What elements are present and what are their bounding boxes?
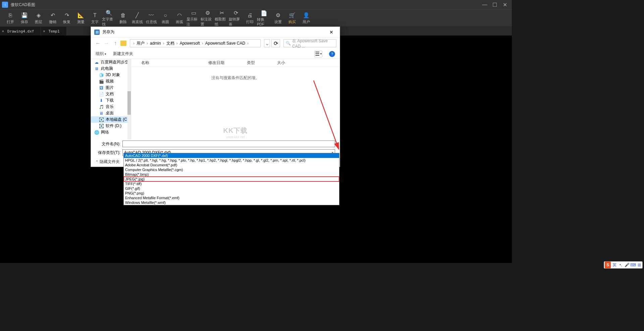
breadcrumb-segment[interactable]: 文档 [166, 41, 174, 46]
document-tab[interactable]: ×Temp1 [41, 27, 66, 36]
open-button-icon: ⎘ [9, 12, 12, 19]
folder-sidebar[interactable]: ☁百度网盘同步空间🖥此电脑🧊3D 对象🎬视频🖼图片📄文档⬇下载🎵音乐🖥桌面💽本地… [91, 59, 131, 140]
layers-button[interactable]: ◈图层 [32, 10, 46, 26]
sidebar-folder-item[interactable]: 🖥桌面 [91, 110, 131, 116]
breadcrumb-segment[interactable]: admin [150, 41, 161, 46]
column-name[interactable]: 名称 [141, 60, 208, 66]
settings-button[interactable]: ⚙设置 [271, 10, 285, 26]
dimension-settings-button[interactable]: ⚙标注设置 [201, 10, 215, 26]
sidebar-folder-item[interactable]: 🧊3D 对象 [91, 72, 131, 78]
filetype-option[interactable]: GIF(*.gif) [124, 186, 339, 191]
ime-logo-icon: S [605, 262, 611, 268]
undo-button[interactable]: ↶撤销 [46, 10, 60, 26]
main-toolbar: ⎘打开💾保存◈图层↶撤销↷恢复📐测量T文字🔍文字查找🗑删除╱画直线〰任意线○画圆… [0, 9, 512, 27]
sidebar-folder-item[interactable]: 📄文档 [91, 91, 131, 97]
nav-forward-button[interactable]: → [103, 40, 110, 47]
rotate-button-icon: ⟳ [234, 10, 238, 16]
breadcrumb-segment[interactable]: Apowersoft Save CAD [205, 41, 245, 46]
filetype-option[interactable]: JPEG(*.jpg) [124, 177, 339, 181]
open-button[interactable]: ⎘打开 [3, 10, 17, 26]
folder-type-icon: ⬇ [99, 98, 104, 103]
filetype-dropdown-list[interactable]: AutoCAD 2000 DXF(*.dxf)HPGL / 2(*.plt, *… [123, 153, 339, 205]
close-button[interactable]: ✕ [500, 1, 510, 9]
document-tab[interactable]: ×Drawing4.dxf [0, 27, 41, 36]
save-as-dialog: ▤ 另存为 ✕ ← → ↑ › 用户›admin›文档›Apowersoft›A… [91, 26, 340, 167]
ime-voice-button[interactable]: 🎤 [624, 263, 630, 267]
print-button[interactable]: 🖨打印 [243, 10, 257, 26]
filetype-option[interactable]: Computer Graphics Metafile(*.cgm) [124, 167, 339, 172]
empty-message: 没有与搜索条件匹配的项。 [131, 75, 340, 81]
dialog-close-button[interactable]: ✕ [326, 30, 336, 35]
watermark: KK下载 www.kkx.net [223, 126, 248, 139]
column-type[interactable]: 类型 [247, 60, 277, 66]
sidebar-folder-item[interactable]: ☁百度网盘同步空间 [91, 59, 131, 65]
show-dimension-button[interactable]: ▭显示标注 [186, 10, 201, 26]
to-pdf-button-icon: 📄 [261, 10, 267, 16]
sidebar-folder-item[interactable]: 🎬视频 [91, 78, 131, 85]
filetype-option[interactable]: Enhanced Metafile Format(*.emf) [124, 196, 339, 200]
user-button[interactable]: 👤用户 [299, 10, 313, 26]
filetype-option[interactable]: PNG(*.png) [124, 191, 339, 196]
refresh-button[interactable]: ⟳ [271, 39, 280, 47]
new-folder-button[interactable]: 新建文件夹 [113, 51, 133, 57]
maximize-button[interactable]: ☐ [490, 1, 500, 9]
filetype-option[interactable]: Bitmap(*.bmp) [124, 172, 339, 177]
buy-button[interactable]: 🛒购买 [285, 10, 299, 26]
breadcrumb-dropdown[interactable]: ⌄ [264, 39, 270, 47]
folder-type-icon: 🖥 [99, 111, 104, 116]
filetype-option[interactable]: AutoCAD 2000 DXF(*.dxf) [124, 153, 339, 158]
filetype-option[interactable]: Adobe Acrobat Document(*.pdf) [124, 163, 339, 167]
sidebar-folder-item[interactable]: 🌐网络 [91, 129, 131, 135]
text-button[interactable]: T文字 [88, 10, 102, 26]
file-list-area[interactable]: 名称 修改日期 类型 大小 没有与搜索条件匹配的项。 KK下载 www.kkx.… [131, 59, 340, 140]
folder-type-icon: 💽 [99, 117, 104, 122]
column-size[interactable]: 大小 [277, 60, 285, 66]
circle-button[interactable]: ○画圆 [158, 10, 172, 26]
sidebar-scroll-thumb[interactable] [127, 91, 131, 115]
nav-up-button[interactable]: ↑ [112, 40, 119, 47]
minimize-button[interactable]: — [480, 1, 490, 9]
tab-close-icon[interactable]: × [43, 30, 45, 33]
delete-button[interactable]: 🗑删除 [116, 10, 130, 26]
save-button[interactable]: 💾保存 [17, 10, 32, 26]
filename-input[interactable] [122, 141, 335, 147]
sidebar-folder-item[interactable]: ⬇下载 [91, 97, 131, 104]
breadcrumb[interactable]: › 用户›admin›文档›Apowersoft›Apowersoft Save… [130, 39, 261, 47]
line-button[interactable]: ╱画直线 [130, 10, 144, 26]
sidebar-folder-item[interactable]: 🖼图片 [91, 85, 131, 91]
organize-menu[interactable]: 组织 ▾ [96, 51, 106, 57]
hide-folders-link[interactable]: 隐藏文件夹 [100, 159, 120, 165]
to-pdf-button[interactable]: 📄转换PDF [257, 10, 271, 26]
sidebar-folder-item[interactable]: 💽软件 (D:) [91, 123, 131, 129]
find-text-button[interactable]: 🔍文字查找 [102, 10, 116, 26]
polyline-button[interactable]: 〰任意线 [144, 10, 158, 26]
breadcrumb-segment[interactable]: 用户 [137, 41, 145, 46]
ime-punct-button[interactable]: •, [618, 263, 624, 267]
breadcrumb-segment[interactable]: Apowersoft [180, 41, 200, 46]
undo-button-icon: ↶ [51, 12, 55, 19]
ime-toolbar[interactable]: S 英 •, 🎤 ⌨ ⊞ [604, 261, 643, 269]
dialog-title: 另存为 [102, 29, 326, 35]
measure-button[interactable]: 📐测量 [74, 10, 88, 26]
ime-lang-button[interactable]: 英 [611, 262, 618, 268]
help-button[interactable]: ? [329, 51, 335, 57]
ime-menu-button[interactable]: ⊞ [636, 263, 642, 267]
redo-button-icon: ↷ [65, 12, 69, 19]
redo-button[interactable]: ↷恢复 [60, 10, 74, 26]
sidebar-folder-item[interactable]: 💽本地磁盘 (C:) [91, 116, 131, 123]
filetype-option[interactable]: HPGL / 2(*.plt, *.hgl, *.hg, *.hpg, *.pl… [124, 158, 339, 163]
crop-button[interactable]: ✂截取图纸 [215, 10, 229, 26]
rotate-button[interactable]: ⟳旋转屏幕 [229, 10, 243, 26]
search-input[interactable]: 🔍 在 Apowersoft Save CAD ... [283, 39, 336, 47]
ime-keyboard-button[interactable]: ⌨ [630, 263, 636, 267]
view-options-button[interactable]: ☰ ▾ [314, 51, 322, 57]
tab-close-icon[interactable]: × [2, 30, 4, 33]
nav-back-button[interactable]: ← [94, 40, 102, 47]
sidebar-folder-item[interactable]: 🖥此电脑 [91, 65, 131, 72]
show-dimension-button-icon: ▭ [191, 10, 196, 16]
filetype-option[interactable]: TIFF(*.tiff) [124, 181, 339, 186]
arc-button[interactable]: ◠画弧 [172, 10, 186, 26]
sidebar-folder-item[interactable]: 🎵音乐 [91, 104, 131, 110]
filetype-option[interactable]: Windows Metafile(*.wmf) [124, 200, 339, 205]
column-date[interactable]: 修改日期 [208, 60, 247, 66]
